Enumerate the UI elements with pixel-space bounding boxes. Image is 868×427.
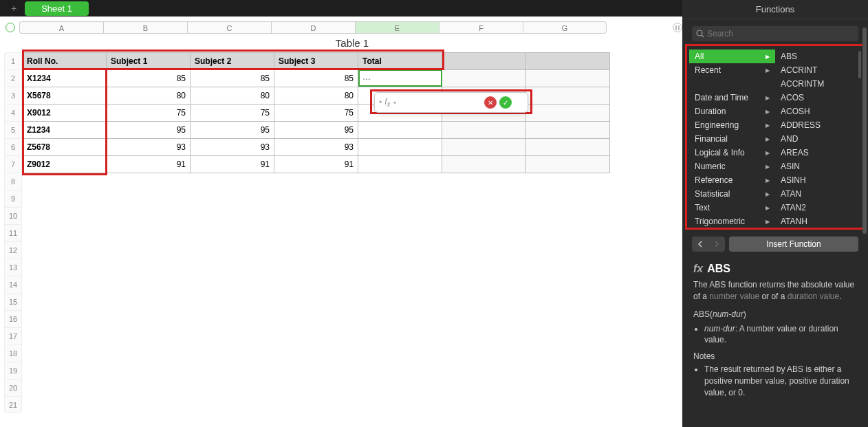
row-num[interactable]: 17 (4, 327, 22, 344)
cell[interactable]: 85 (191, 70, 274, 87)
category-logical[interactable]: Logical & Info▶ (689, 146, 775, 160)
accept-formula-button[interactable]: ✓ (499, 96, 512, 109)
category-duration[interactable]: Duration▶ (689, 105, 775, 118)
header-s3[interactable]: Subject 3 (274, 53, 358, 70)
cell[interactable]: 95 (274, 122, 358, 139)
cell[interactable]: 95 (107, 122, 191, 139)
function-item[interactable]: AREAS (775, 146, 861, 160)
cell[interactable]: 85 (274, 70, 358, 87)
function-item[interactable]: ATANH (775, 215, 861, 228)
function-item[interactable]: ASIN (775, 160, 861, 173)
function-item[interactable]: ACOS (775, 91, 861, 105)
cell[interactable] (358, 122, 442, 139)
formula-editor[interactable]: • fx ▾ ✕ ✓ (374, 92, 528, 113)
cell-roll[interactable]: Z1234 (23, 122, 107, 139)
function-item[interactable]: ACCRINTM (775, 77, 861, 91)
row-num[interactable]: 13 (4, 259, 22, 276)
cell[interactable] (442, 156, 526, 173)
search-input[interactable] (692, 26, 858, 41)
row-num[interactable]: 18 (4, 344, 22, 362)
header-total[interactable]: Total (358, 53, 442, 70)
col-header-a[interactable]: A (19, 21, 103, 34)
link-duration-value[interactable]: duration value (788, 292, 839, 301)
cell[interactable]: 91 (107, 156, 191, 173)
cell[interactable]: 80 (107, 87, 191, 105)
cell-roll[interactable]: Z5678 (23, 139, 107, 156)
cancel-formula-button[interactable]: ✕ (484, 96, 497, 109)
cell-roll[interactable]: Z9012 (23, 156, 107, 173)
function-item[interactable]: ASINH (775, 173, 861, 187)
category-recent[interactable]: Recent▶ (689, 63, 775, 77)
nav-forward-button[interactable] (708, 237, 725, 252)
header-roll[interactable]: Roll No. (23, 53, 107, 70)
function-item[interactable]: ATAN2 (775, 201, 861, 215)
link-number-value[interactable]: number value (709, 292, 759, 301)
cell[interactable] (358, 156, 442, 173)
function-item[interactable]: ADDRESS (775, 118, 861, 132)
scrollbar[interactable] (858, 51, 861, 78)
function-item[interactable]: ATAN (775, 187, 861, 201)
row-num[interactable]: 21 (4, 396, 22, 413)
row-num[interactable]: 15 (4, 293, 22, 310)
header-s2[interactable]: Subject 2 (191, 53, 274, 70)
cell[interactable]: 93 (274, 139, 358, 156)
cell[interactable] (526, 122, 610, 139)
cell-roll[interactable]: X9012 (23, 105, 107, 122)
category-numeric[interactable]: Numeric▶ (689, 160, 775, 173)
header-s1[interactable]: Subject 1 (107, 53, 191, 70)
function-item[interactable]: AND (775, 132, 861, 146)
header-blank[interactable] (526, 53, 610, 70)
row-num[interactable]: 16 (4, 310, 22, 327)
col-header-e[interactable]: E (355, 21, 439, 34)
cell[interactable] (526, 70, 610, 87)
cell[interactable] (526, 139, 610, 156)
row-num[interactable]: 6 (4, 138, 22, 155)
category-datetime[interactable]: Date and Time▶ (689, 91, 775, 105)
cell-roll[interactable]: X1234 (23, 70, 107, 87)
category-trig[interactable]: Trigonometric▶ (689, 215, 775, 228)
category-reference[interactable]: Reference▶ (689, 173, 775, 187)
cell[interactable] (526, 87, 610, 105)
row-num[interactable]: 8 (4, 173, 22, 190)
scrollbar[interactable] (862, 28, 867, 234)
chevron-down-icon[interactable]: ▾ (393, 100, 396, 106)
category-engineering[interactable]: Engineering▶ (689, 118, 775, 132)
col-header-c[interactable]: C (187, 21, 271, 34)
col-header-g[interactable]: G (523, 21, 607, 34)
row-num[interactable]: 1 (4, 52, 22, 69)
cell[interactable]: 75 (107, 105, 191, 122)
pause-button[interactable] (673, 23, 682, 32)
function-item[interactable]: ACOSH (775, 105, 861, 118)
function-item[interactable]: ABS (775, 50, 861, 63)
row-num[interactable]: 3 (4, 87, 22, 104)
cell[interactable] (526, 156, 610, 173)
active-cell[interactable]: … (358, 69, 442, 87)
formula-input[interactable] (399, 96, 481, 109)
row-num[interactable]: 9 (4, 190, 22, 207)
row-num[interactable]: 14 (4, 276, 22, 293)
row-num[interactable]: 7 (4, 155, 22, 173)
table-menu-button[interactable] (6, 23, 15, 32)
cell[interactable]: 95 (191, 122, 274, 139)
cell[interactable]: 93 (107, 139, 191, 156)
nav-back-button[interactable] (692, 237, 708, 252)
category-text[interactable]: Text▶ (689, 201, 775, 215)
add-sheet-button[interactable]: + (6, 3, 22, 14)
cell[interactable] (442, 122, 526, 139)
row-num[interactable]: 5 (4, 121, 22, 138)
row-num[interactable]: 19 (4, 362, 22, 379)
cell[interactable]: 75 (191, 105, 274, 122)
cell[interactable] (526, 105, 610, 122)
row-num[interactable]: 20 (4, 379, 22, 396)
insert-function-button[interactable]: Insert Function (729, 237, 858, 252)
cell[interactable]: 91 (191, 156, 274, 173)
sheet-tab[interactable]: Sheet 1 (25, 1, 89, 16)
col-header-f[interactable]: F (439, 21, 523, 34)
category-financial[interactable]: Financial▶ (689, 132, 775, 146)
row-num[interactable]: 12 (4, 241, 22, 259)
row-num[interactable]: 2 (4, 69, 22, 87)
cell[interactable]: 91 (274, 156, 358, 173)
cell[interactable]: 80 (274, 87, 358, 105)
cell[interactable]: 85 (107, 70, 191, 87)
header-blank[interactable] (442, 53, 526, 70)
